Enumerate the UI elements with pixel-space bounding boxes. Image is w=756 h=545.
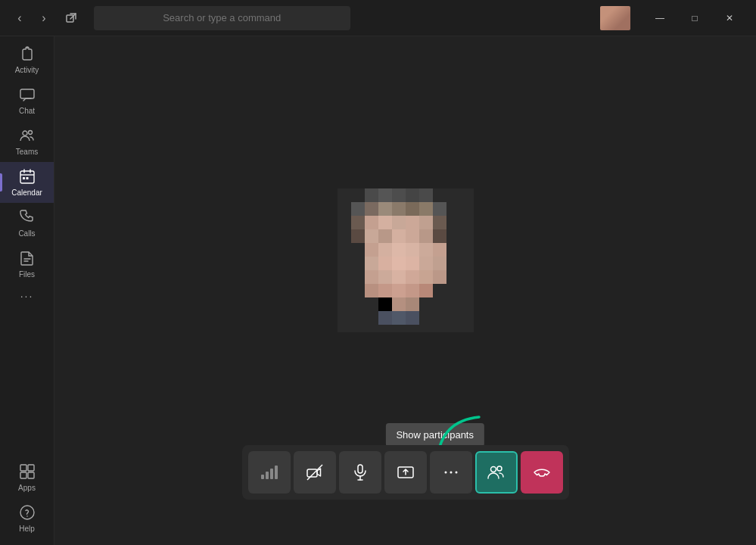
- svg-point-78: [455, 472, 457, 474]
- signal-button[interactable]: [248, 451, 291, 494]
- calls-label: Calls: [18, 230, 35, 238]
- video-container: Show participants: [54, 36, 756, 545]
- svg-rect-22: [378, 202, 392, 216]
- svg-point-80: [497, 466, 502, 471]
- forward-button[interactable]: ›: [33, 8, 54, 29]
- svg-rect-36: [378, 229, 392, 243]
- svg-point-76: [444, 472, 446, 474]
- svg-rect-17: [392, 188, 406, 202]
- activity-icon: [19, 45, 36, 64]
- svg-rect-15: [365, 188, 378, 202]
- teams-label: Teams: [16, 148, 38, 156]
- svg-rect-21: [365, 202, 378, 216]
- microphone-button[interactable]: [339, 451, 381, 494]
- window-controls: — □ ✕: [642, 6, 747, 30]
- svg-rect-62: [406, 284, 419, 297]
- svg-point-12: [20, 506, 34, 519]
- svg-rect-51: [419, 257, 433, 270]
- svg-rect-30: [392, 216, 406, 229]
- svg-rect-61: [392, 284, 406, 297]
- sidebar-item-more[interactable]: ···: [0, 285, 54, 307]
- content-area: Show participants: [54, 36, 756, 545]
- svg-rect-41: [365, 243, 378, 257]
- files-icon: [19, 250, 36, 269]
- svg-rect-11: [28, 472, 34, 478]
- user-avatar-preview: [600, 6, 630, 30]
- participants-icon: [487, 462, 506, 482]
- svg-rect-47: [365, 257, 378, 270]
- video-toggle-button[interactable]: [294, 451, 336, 494]
- activity-label: Activity: [15, 67, 39, 74]
- svg-rect-69: [406, 311, 419, 325]
- svg-rect-24: [406, 202, 419, 216]
- signal-bar-3: [270, 469, 273, 479]
- svg-rect-34: [351, 229, 365, 243]
- svg-rect-26: [433, 202, 446, 216]
- svg-rect-49: [392, 257, 406, 270]
- sidebar: Activity Chat Teams: [0, 36, 54, 545]
- svg-rect-50: [406, 257, 419, 270]
- search-input[interactable]: [94, 6, 350, 30]
- sidebar-item-calls[interactable]: Calls: [0, 203, 54, 244]
- svg-rect-16: [378, 188, 392, 202]
- svg-rect-9: [28, 465, 34, 471]
- minimize-button[interactable]: —: [642, 6, 677, 30]
- popout-button[interactable]: [61, 8, 82, 29]
- svg-point-1: [26, 48, 28, 49]
- svg-rect-40: [433, 229, 446, 243]
- svg-rect-39: [419, 229, 433, 243]
- svg-point-77: [450, 472, 452, 474]
- chat-icon: [19, 86, 36, 105]
- svg-rect-38: [406, 229, 419, 243]
- more-icon: ···: [20, 291, 34, 301]
- calls-icon: [19, 209, 36, 228]
- svg-rect-2: [20, 89, 34, 98]
- microphone-icon: [351, 463, 369, 481]
- signal-bar-2: [266, 472, 269, 479]
- sidebar-item-calendar[interactable]: Calendar: [0, 162, 54, 203]
- svg-rect-59: [365, 284, 378, 297]
- svg-rect-19: [419, 188, 433, 202]
- call-controls-bar: [242, 445, 569, 500]
- end-call-button[interactable]: [521, 451, 563, 494]
- apps-label: Apps: [18, 484, 36, 492]
- svg-rect-25: [419, 202, 433, 216]
- back-button[interactable]: ‹: [9, 8, 30, 29]
- teams-icon: [19, 127, 36, 146]
- apps-icon: [19, 463, 36, 482]
- svg-rect-6: [23, 177, 25, 179]
- more-options-icon: [442, 463, 460, 481]
- video-off-icon: [306, 463, 324, 481]
- face-pixelated: [338, 188, 474, 332]
- sidebar-item-help[interactable]: Help: [0, 498, 54, 539]
- svg-rect-45: [419, 243, 433, 257]
- help-label: Help: [19, 525, 35, 533]
- svg-rect-67: [378, 311, 392, 325]
- show-participants-button[interactable]: [475, 451, 518, 494]
- svg-point-13: [26, 515, 28, 517]
- sidebar-item-files[interactable]: Files: [0, 244, 54, 285]
- svg-rect-68: [392, 311, 406, 325]
- title-bar: ‹ › — □ ✕: [0, 0, 756, 36]
- svg-rect-8: [20, 465, 26, 471]
- close-button[interactable]: ✕: [712, 6, 747, 30]
- sidebar-item-activity[interactable]: Activity: [0, 39, 54, 80]
- files-label: Files: [19, 271, 35, 279]
- svg-rect-57: [419, 270, 433, 284]
- more-options-button[interactable]: [430, 451, 472, 494]
- sidebar-item-apps[interactable]: Apps: [0, 457, 54, 498]
- svg-rect-20: [351, 202, 365, 216]
- svg-rect-35: [365, 229, 378, 243]
- svg-rect-29: [378, 216, 392, 229]
- end-call-icon: [532, 462, 552, 482]
- svg-rect-64: [378, 297, 392, 311]
- svg-rect-58: [433, 270, 446, 284]
- sidebar-item-teams[interactable]: Teams: [0, 121, 54, 162]
- chat-label: Chat: [19, 107, 35, 115]
- maximize-button[interactable]: □: [677, 6, 712, 30]
- share-screen-button[interactable]: [384, 451, 427, 494]
- svg-rect-63: [419, 284, 433, 297]
- svg-rect-72: [358, 465, 362, 473]
- sidebar-item-chat[interactable]: Chat: [0, 80, 54, 121]
- svg-rect-65: [392, 297, 406, 311]
